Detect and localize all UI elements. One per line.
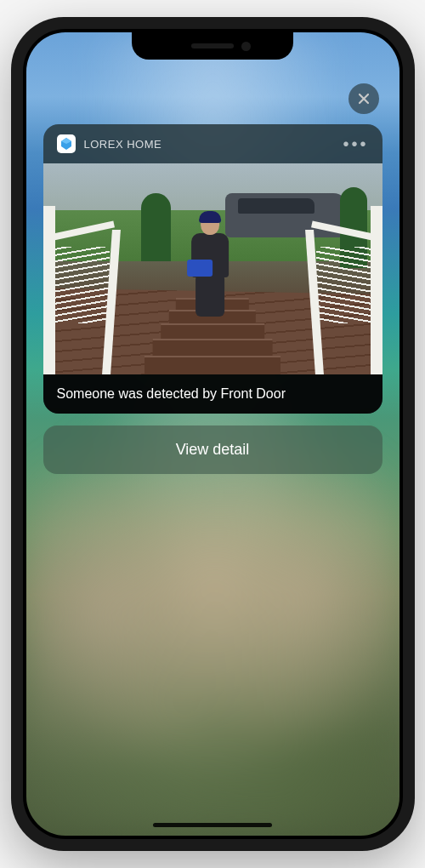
phone-screen: LOREX HOME ••• [26,32,400,836]
detected-person [185,213,235,315]
speaker-grille [191,43,234,49]
phone-inner-bezel: LOREX HOME ••• [23,29,403,839]
app-name-label: LOREX HOME [84,138,162,151]
close-button[interactable] [348,83,379,114]
phone-notch [132,32,293,60]
front-camera [241,42,251,51]
notification-overlay: LOREX HOME ••• [26,32,400,836]
notification-card[interactable]: LOREX HOME ••• [43,124,382,414]
notification-header: LOREX HOME ••• [43,124,382,163]
view-detail-button[interactable]: View detail [43,425,382,474]
lorex-app-icon [57,134,76,153]
phone-device-frame: LOREX HOME ••• [11,17,415,851]
notification-message: Someone was detected by Front Door [43,374,382,414]
more-options-button[interactable]: ••• [343,140,368,147]
close-icon [357,92,371,106]
home-indicator[interactable] [153,823,272,827]
app-info: LOREX HOME [57,134,162,153]
camera-snapshot [43,163,382,374]
